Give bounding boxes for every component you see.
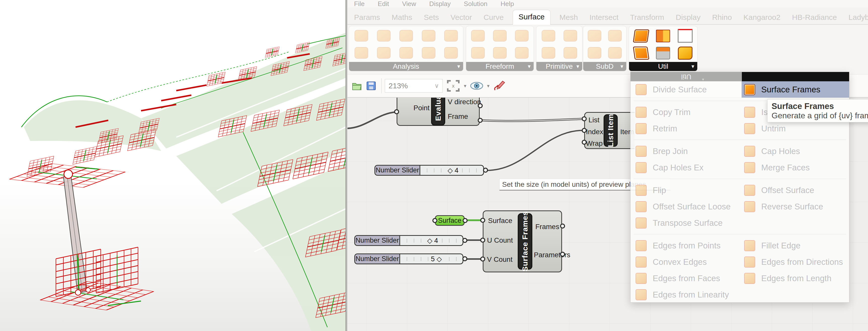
menu-item[interactable]: Help <box>501 0 514 8</box>
divide-surface-icon[interactable] <box>633 29 649 42</box>
component-icon[interactable] <box>515 47 529 59</box>
number-slider-track[interactable]: 5 ◇ <box>400 254 463 264</box>
component-icon[interactable] <box>563 47 577 59</box>
edges-from-points-icon[interactable] <box>678 29 693 43</box>
pin-surface-input[interactable] <box>480 218 485 223</box>
component-icon[interactable] <box>399 47 413 59</box>
menu-item-right[interactable]: Fillet Edge <box>742 237 849 254</box>
menu-item[interactable]: File <box>354 0 365 8</box>
pin-v-direction-output[interactable] <box>478 103 483 108</box>
pin-parameters-output[interactable] <box>560 252 565 257</box>
tab[interactable]: Vector <box>448 11 474 24</box>
preview-eye-icon[interactable] <box>470 81 484 91</box>
menu-item[interactable]: Solution <box>464 0 488 8</box>
pin-frames-output[interactable] <box>560 224 565 229</box>
menu-item-left[interactable]: Offset Surface Loose <box>630 198 742 215</box>
port-frame[interactable]: Frame <box>448 112 468 121</box>
component-icon[interactable] <box>608 47 622 59</box>
evaluate-capsule[interactable]: Evaluate <box>431 98 445 126</box>
pin-slider-u-output[interactable] <box>462 238 467 243</box>
dropdown-header-util[interactable]: Util▾ <box>630 72 742 81</box>
sketch-pencil-icon[interactable] <box>493 80 506 92</box>
menu-item-left[interactable]: Edges from Faces <box>630 270 742 287</box>
zoom-level-combo[interactable]: 213% ∨ <box>385 79 443 93</box>
slider-value[interactable]: ◇ 4 <box>426 237 439 245</box>
number-slider-index[interactable]: Number Slider ◇ 4 <box>374 165 484 176</box>
panel-label-primitive[interactable]: Primitive▾ <box>536 62 582 71</box>
menu-item[interactable]: Display <box>429 0 451 8</box>
panel-label-freeform[interactable]: Freeform▾ <box>466 62 534 71</box>
component-icon[interactable] <box>493 47 507 59</box>
component-icon[interactable] <box>471 30 485 41</box>
port-v-count[interactable]: V Count <box>487 256 513 264</box>
tab[interactable]: Rhino <box>710 11 734 24</box>
component-icon[interactable] <box>471 47 485 59</box>
menu-item-right[interactable]: Reverse Surface <box>742 198 849 215</box>
component-icon[interactable] <box>354 47 368 59</box>
pin-point-input[interactable] <box>394 109 399 114</box>
port-frames[interactable]: Frames <box>535 223 559 231</box>
tab[interactable]: Params <box>351 11 382 24</box>
port-list[interactable]: List <box>588 116 599 124</box>
menu-item-right[interactable]: Offset Surface <box>742 182 849 198</box>
tab[interactable]: Mesh <box>557 11 581 24</box>
tab[interactable]: Ladybug <box>846 11 868 24</box>
fillet-edge-icon[interactable] <box>678 46 692 60</box>
tab[interactable]: Maths <box>389 11 415 24</box>
cap-holes-icon[interactable] <box>656 47 670 59</box>
menu-item-right[interactable]: Merge Faces <box>742 159 849 176</box>
menu-item-left[interactable]: Brep Join <box>630 143 742 159</box>
pin-surface-param-input[interactable] <box>432 218 437 223</box>
pin-u-count-input[interactable] <box>480 238 485 243</box>
menu-item[interactable]: View <box>402 0 416 8</box>
rhino-viewport[interactable] <box>0 0 345 331</box>
component-icon[interactable] <box>515 30 529 41</box>
pin-v-count-input[interactable] <box>480 257 485 262</box>
menu-item-left[interactable]: Transpose Surface <box>630 215 742 231</box>
pin-index-input[interactable] <box>582 128 587 133</box>
chevron-down-icon[interactable]: ∨ <box>434 82 439 89</box>
port-v-direction[interactable]: V direction <box>448 98 481 106</box>
component-icon[interactable] <box>588 47 601 59</box>
pin-wrap-input[interactable] <box>582 140 587 145</box>
pin-slider-output[interactable] <box>483 168 488 173</box>
port-point[interactable]: Point <box>413 104 430 112</box>
tab[interactable]: Transform <box>627 11 667 24</box>
list-item-node[interactable]: List Item List Index Wrap Item <box>584 112 634 149</box>
save-icon[interactable] <box>366 81 377 91</box>
surface-param-node[interactable]: Surface <box>435 215 465 226</box>
tab[interactable]: Display <box>673 11 703 24</box>
open-file-icon[interactable] <box>351 81 363 91</box>
menu-item-left[interactable]: Divide Surface <box>630 81 742 98</box>
surface-frames-node[interactable]: Surface Frames Surface U Count V Count F… <box>483 210 562 272</box>
menu-item[interactable]: Edit <box>378 0 389 8</box>
component-icon[interactable] <box>399 30 413 41</box>
port-surface[interactable]: Surface <box>488 217 513 225</box>
zoom-extents-icon[interactable]: x <box>446 79 460 92</box>
tab[interactable]: HB-Radiance <box>789 11 839 24</box>
list-item-capsule[interactable]: List Item <box>603 114 618 147</box>
surface-frames-icon[interactable] <box>633 46 649 60</box>
number-slider-track[interactable]: ◇ 4 <box>420 166 483 175</box>
component-icon[interactable] <box>444 47 458 59</box>
tab[interactable]: Sets <box>421 11 441 24</box>
menu-item-left[interactable]: Copy Trim <box>630 104 742 120</box>
port-index[interactable]: Index <box>586 128 603 136</box>
component-icon[interactable] <box>422 30 435 41</box>
menu-item-left[interactable]: Flip <box>630 182 742 198</box>
tab[interactable]: Intersect <box>587 11 621 24</box>
tab[interactable]: Kangaroo2 <box>741 11 783 24</box>
slider-value[interactable]: ◇ 4 <box>446 166 460 174</box>
number-slider-u[interactable]: Number Slider ◇ 4 <box>354 235 463 246</box>
menu-item-right[interactable]: Edges from Directions <box>742 254 849 270</box>
component-icon[interactable] <box>588 30 601 41</box>
panel-label-subd[interactable]: SubD▾ <box>583 62 626 71</box>
menu-item-right[interactable]: Surface Frames <box>742 81 849 98</box>
menu-item-right[interactable]: Edges from Length <box>742 270 849 287</box>
component-icon[interactable] <box>493 30 507 41</box>
dropdown-arrow-icon[interactable]: ▾ <box>464 83 466 89</box>
component-icon[interactable] <box>422 47 435 59</box>
slider-value[interactable]: 5 ◇ <box>429 255 443 263</box>
component-icon[interactable] <box>377 47 391 59</box>
panel-label-analysis[interactable]: Analysis▾ <box>349 62 463 71</box>
